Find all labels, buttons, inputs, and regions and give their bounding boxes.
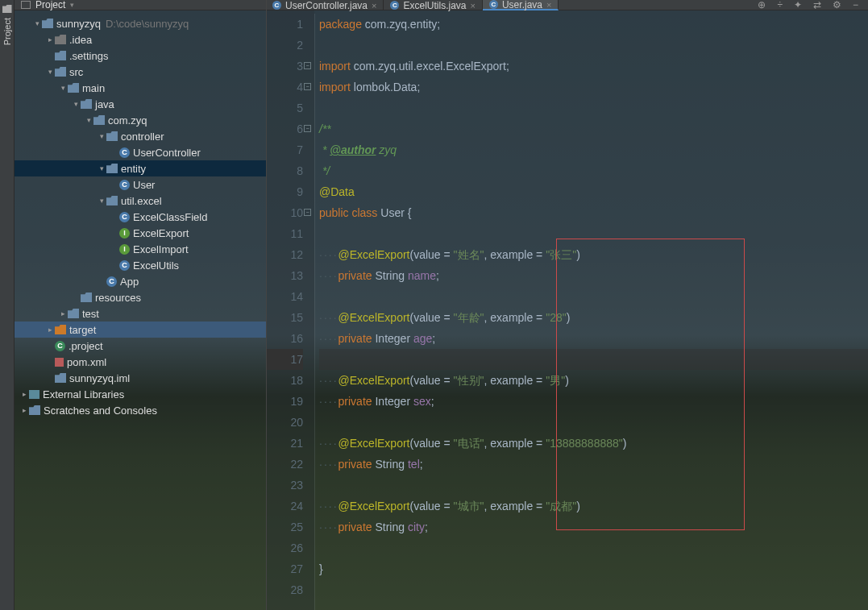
- line-number[interactable]: 11: [266, 223, 303, 244]
- fold-icon[interactable]: −: [304, 209, 311, 216]
- chevron-icon[interactable]: ▾: [84, 116, 93, 124]
- line-number[interactable]: 22: [266, 454, 303, 475]
- tree-row[interactable]: ▾com.zyq: [15, 112, 266, 128]
- project-header[interactable]: Project ▾: [15, 0, 266, 10]
- line-number[interactable]: 12: [266, 244, 303, 265]
- chevron-icon[interactable]: ▸: [45, 326, 55, 334]
- code-line[interactable]: @Data: [319, 181, 868, 202]
- line-number[interactable]: 3−: [266, 56, 303, 77]
- editor[interactable]: 123−4−56−78910−1112131415161718192021222…: [266, 10, 868, 610]
- tree-row[interactable]: User: [15, 176, 266, 193]
- code-line[interactable]: [319, 98, 868, 118]
- chevron-icon[interactable]: ▸: [19, 406, 29, 414]
- tree-row[interactable]: resources: [15, 289, 266, 305]
- line-number[interactable]: 15: [266, 307, 303, 328]
- line-number[interactable]: 9: [266, 181, 303, 202]
- line-number[interactable]: 5: [266, 98, 303, 118]
- line-number[interactable]: 4−: [266, 77, 303, 98]
- code-line[interactable]: [319, 349, 868, 370]
- code-line[interactable]: [319, 223, 868, 244]
- code-line[interactable]: import com.zyq.util.excel.ExcelExport;: [319, 56, 868, 77]
- tree-row[interactable]: UserController: [15, 144, 266, 160]
- code-line[interactable]: ····@ExcelExport(value = "城市", example =…: [319, 496, 868, 517]
- line-number[interactable]: 23: [266, 475, 303, 496]
- tree-row[interactable]: App: [15, 273, 266, 289]
- line-number[interactable]: 20: [266, 412, 303, 433]
- chevron-icon[interactable]: ▾: [71, 100, 81, 108]
- line-number[interactable]: 21: [266, 433, 303, 454]
- code-area[interactable]: package com.zyq.entity;import com.zyq.ut…: [314, 10, 868, 610]
- chevron-icon[interactable]: ▸: [19, 390, 29, 398]
- fold-icon[interactable]: −: [304, 62, 311, 69]
- code-line[interactable]: public class User {: [319, 202, 868, 223]
- chevron-icon[interactable]: ▾: [32, 19, 42, 27]
- editor-tab[interactable]: CExcelUtils.java×: [384, 0, 482, 10]
- code-line[interactable]: ····private String name;: [319, 265, 868, 286]
- tree-row[interactable]: ▸Scratches and Consoles: [15, 402, 266, 418]
- fold-icon[interactable]: −: [304, 125, 311, 132]
- editor-tab[interactable]: CUserController.java×: [266, 0, 384, 10]
- code-line[interactable]: import lombok.Data;: [319, 77, 868, 98]
- close-icon[interactable]: ×: [471, 1, 476, 10]
- tree-row[interactable]: ▸target: [15, 322, 266, 338]
- line-number[interactable]: 26: [266, 537, 303, 558]
- tree-row[interactable]: ExcelExport: [15, 225, 266, 241]
- code-line[interactable]: ····private Integer age;: [319, 328, 868, 349]
- line-number[interactable]: 8: [266, 160, 303, 181]
- tree-row[interactable]: pom.xml: [15, 354, 266, 370]
- code-line[interactable]: package com.zyq.entity;: [319, 14, 868, 35]
- line-number[interactable]: 10−: [266, 202, 303, 223]
- line-number[interactable]: 13: [266, 265, 303, 286]
- close-icon[interactable]: ×: [372, 1, 376, 10]
- chevron-icon[interactable]: ▸: [45, 35, 55, 44]
- tree-row[interactable]: sunnyzyq.iml: [15, 370, 266, 386]
- fold-icon[interactable]: −: [304, 83, 311, 90]
- code-line[interactable]: }: [319, 558, 868, 579]
- code-line[interactable]: [319, 35, 868, 56]
- line-number[interactable]: 24: [266, 496, 303, 517]
- tree-row[interactable]: ▸External Libraries: [15, 386, 266, 402]
- tree-row[interactable]: ▾src: [15, 64, 266, 80]
- splitter[interactable]: [266, 0, 267, 610]
- code-line[interactable]: ····@ExcelExport(value = "姓名", example =…: [319, 244, 868, 265]
- tree-row[interactable]: .project: [15, 338, 266, 354]
- tree-row[interactable]: ▾entity: [15, 160, 266, 176]
- close-icon[interactable]: ×: [546, 0, 551, 10]
- tree-row[interactable]: ▾util.excel: [15, 193, 266, 209]
- tree-row[interactable]: ▸.idea: [15, 31, 266, 48]
- line-number[interactable]: 7: [266, 139, 303, 160]
- line-number[interactable]: 18: [266, 370, 303, 391]
- tree-row[interactable]: ExcelClassField: [15, 209, 266, 225]
- code-line[interactable]: [319, 286, 868, 307]
- line-number[interactable]: 25: [266, 517, 303, 537]
- code-line[interactable]: ····private Integer sex;: [319, 391, 868, 412]
- line-number[interactable]: 17: [266, 349, 303, 370]
- code-line[interactable]: ····@ExcelExport(value = "年龄", example =…: [319, 307, 868, 328]
- chevron-icon[interactable]: ▾: [97, 164, 106, 172]
- code-line[interactable]: * @author zyq: [319, 139, 868, 160]
- tree-row[interactable]: ExcelImport: [15, 241, 266, 257]
- code-line[interactable]: ····@ExcelExport(value = "电话", example =…: [319, 433, 868, 454]
- chevron-icon[interactable]: ▸: [58, 309, 68, 317]
- code-line[interactable]: /**: [319, 118, 868, 139]
- gutter[interactable]: 123−4−56−78910−1112131415161718192021222…: [266, 10, 314, 610]
- tree-row[interactable]: ▾controller: [15, 128, 266, 144]
- tree-row[interactable]: ▾main: [15, 80, 266, 96]
- line-number[interactable]: 28: [266, 579, 303, 600]
- tree-row[interactable]: ▾java: [15, 96, 266, 112]
- code-line[interactable]: [319, 537, 868, 558]
- line-number[interactable]: 2: [266, 35, 303, 56]
- editor-tab[interactable]: CUser.java×: [483, 0, 559, 10]
- chevron-icon[interactable]: ▾: [97, 197, 106, 205]
- tree-row[interactable]: ExcelUtils: [15, 257, 266, 273]
- code-line[interactable]: */: [319, 160, 868, 181]
- tree-row[interactable]: .settings: [15, 48, 266, 64]
- code-line[interactable]: ····@ExcelExport(value = "性别", example =…: [319, 370, 868, 391]
- chevron-icon[interactable]: ▾: [58, 84, 68, 92]
- tree-row[interactable]: ▸test: [15, 305, 266, 322]
- code-line[interactable]: ····private String city;: [319, 517, 868, 537]
- code-line[interactable]: ····private String tel;: [319, 454, 868, 475]
- project-tree[interactable]: ▾sunnyzyqD:\code\sunnyzyq▸.idea.settings…: [15, 10, 266, 610]
- line-number[interactable]: 1: [266, 14, 303, 35]
- line-number[interactable]: 16: [266, 328, 303, 349]
